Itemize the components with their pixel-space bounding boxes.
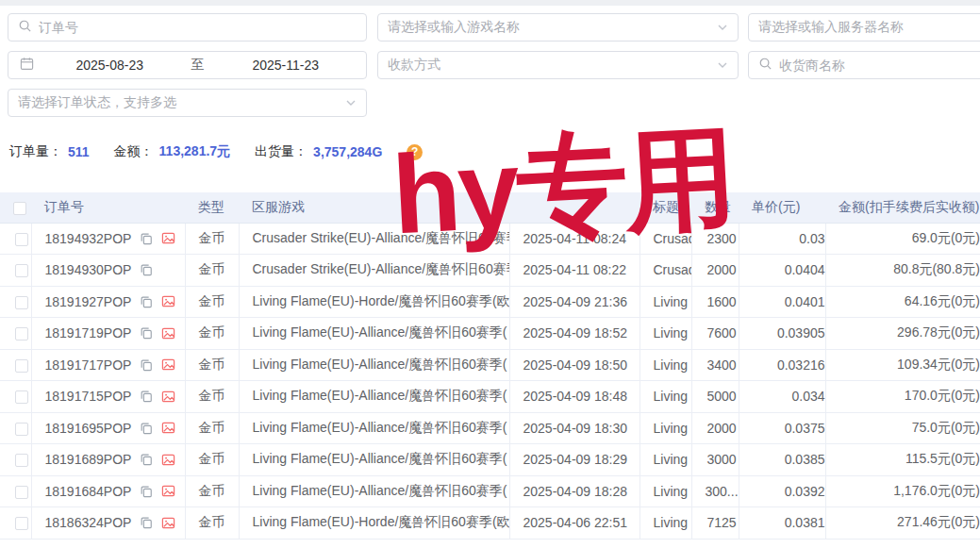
table-header-row: 订单号 类型 区服游戏 标题 数量 单价(元) 金额(扣手续费后实收额) xyxy=(0,192,980,223)
order-price: 0.034 xyxy=(739,381,825,413)
copy-icon[interactable] xyxy=(140,390,153,403)
stats-bar: 订单量： 511 金额： 113,281.7元 出货量： 3,757,284G … xyxy=(9,143,423,160)
order-qty: 7125 xyxy=(691,507,739,540)
date-range-picker[interactable]: 2025-08-23 至 2025-11-23 xyxy=(8,51,367,79)
image-preview-icon[interactable] xyxy=(161,326,175,340)
row-checkbox[interactable] xyxy=(15,390,28,404)
table-row: 18186324POP 金币 Living Flame(EU)-Horde/魔兽… xyxy=(0,507,980,540)
order-time: 2025-04-09 18:28 xyxy=(509,475,639,507)
table-row: 18191695POP 金币 Living Flame(EU)-Alliance… xyxy=(0,412,980,444)
order-amount: 296.78元(0元) xyxy=(825,318,980,350)
table-row: 18191927POP 金币 Living Flame(EU)-Horde/魔兽… xyxy=(0,286,980,318)
date-separator: 至 xyxy=(186,57,210,74)
order-number: 18194930POP xyxy=(45,262,132,277)
order-game: Living Flame(EU)-Alliance/魔兽怀旧60赛季( xyxy=(239,349,509,381)
image-preview-icon[interactable] xyxy=(161,453,175,467)
order-game: Living Flame(EU)-Alliance/魔兽怀旧60赛季( xyxy=(239,444,509,476)
order-status-placeholder: 请选择订单状态，支持多选 xyxy=(18,94,339,111)
date-start[interactable]: 2025-08-23 xyxy=(41,58,179,73)
order-number: 18191715POP xyxy=(45,389,132,404)
order-amount: 115.5元(0元) xyxy=(825,444,980,476)
receiver-name-input[interactable] xyxy=(779,58,980,73)
order-number-input[interactable] xyxy=(39,20,357,35)
order-type: 金币 xyxy=(185,255,239,287)
order-number: 18191719POP xyxy=(45,325,132,340)
header-order-no: 订单号 xyxy=(31,192,185,223)
order-type: 金币 xyxy=(185,349,239,381)
copy-icon[interactable] xyxy=(140,295,153,308)
copy-icon[interactable] xyxy=(140,263,153,276)
stat-shipment-label: 出货量： xyxy=(255,143,307,160)
order-time: 2025-04-06 22:51 xyxy=(509,507,639,540)
image-preview-icon[interactable] xyxy=(161,516,175,530)
order-number: 18191684POP xyxy=(45,484,132,499)
image-preview-icon[interactable] xyxy=(161,357,175,372)
row-checkbox[interactable] xyxy=(15,486,28,499)
date-end[interactable]: 2025-11-23 xyxy=(217,58,356,73)
image-preview-icon[interactable] xyxy=(161,484,175,498)
order-title: Living Fl xyxy=(639,318,691,350)
order-status-select[interactable]: 请选择订单状态，支持多选 xyxy=(8,89,367,117)
order-number: 18191717POP xyxy=(45,357,132,373)
server-select[interactable]: 请选择或输入服务器名称 xyxy=(748,13,980,42)
stat-order-count-value: 511 xyxy=(68,144,90,159)
row-checkbox[interactable] xyxy=(15,264,28,277)
copy-icon[interactable] xyxy=(140,422,153,435)
top-strip xyxy=(0,0,980,6)
order-number: 18191689POP xyxy=(45,452,132,467)
order-game: Crusader Strike(EU)-Alliance/魔兽怀旧60赛季 xyxy=(239,223,509,255)
table-row: 18191719POP 金币 Living Flame(EU)-Alliance… xyxy=(0,318,980,350)
row-checkbox[interactable] xyxy=(15,296,28,309)
help-question-icon[interactable]: ? xyxy=(407,144,423,160)
table-row: 18191684POP 金币 Living Flame(EU)-Alliance… xyxy=(0,475,980,507)
chevron-down-icon xyxy=(717,59,728,71)
image-preview-icon[interactable] xyxy=(161,390,175,404)
image-preview-icon[interactable] xyxy=(161,231,175,245)
order-amount: 1,176.0元(0元) xyxy=(825,475,980,507)
select-all-checkbox[interactable] xyxy=(13,202,26,215)
stat-amount-label: 金额： xyxy=(114,143,154,160)
row-checkbox[interactable] xyxy=(15,233,28,246)
copy-icon[interactable] xyxy=(140,453,153,466)
copy-icon[interactable] xyxy=(140,232,153,245)
row-checkbox[interactable] xyxy=(15,454,28,467)
row-checkbox[interactable] xyxy=(15,423,28,436)
order-price: 0.0381 xyxy=(739,507,825,540)
order-game: Living Flame(EU)-Alliance/魔兽怀旧60赛季( xyxy=(239,381,509,413)
copy-icon[interactable] xyxy=(140,358,153,372)
order-price: 0.0375 xyxy=(739,412,825,444)
order-management-page: 请选择或输入游戏名称 请选择或输入服务器名称 2025-08-23 至 2025… xyxy=(0,0,980,548)
payment-method-select[interactable]: 收款方式 xyxy=(377,51,739,79)
order-price: 0.03 xyxy=(739,223,825,255)
image-preview-icon[interactable] xyxy=(161,294,175,308)
order-qty: 3000 xyxy=(691,444,739,476)
image-preview-icon[interactable] xyxy=(161,421,175,435)
copy-icon[interactable] xyxy=(140,516,153,529)
game-select[interactable]: 请选择或输入游戏名称 xyxy=(377,13,739,42)
order-title: Living Fl xyxy=(639,349,691,381)
order-game: Living Flame(EU)-Alliance/魔兽怀旧60赛季( xyxy=(239,475,509,507)
order-title: Living Fl xyxy=(639,381,691,413)
copy-icon[interactable] xyxy=(140,326,153,340)
search-icon xyxy=(758,57,772,74)
order-amount: 64.16元(0元) xyxy=(825,286,980,318)
order-price: 0.0401 xyxy=(739,286,825,318)
order-type: 金币 xyxy=(185,286,239,318)
header-time xyxy=(509,192,639,223)
receiver-name-input-wrap[interactable] xyxy=(748,51,980,79)
order-title: Crusade xyxy=(639,255,691,287)
order-game: Living Flame(EU)-Horde/魔兽怀旧60赛季(欧 xyxy=(239,507,509,540)
copy-icon[interactable] xyxy=(140,485,153,498)
order-type: 金币 xyxy=(185,507,239,540)
order-title: Living Fl xyxy=(639,444,691,476)
row-checkbox[interactable] xyxy=(15,327,28,340)
stat-shipment: 出货量： 3,757,284G xyxy=(255,143,382,160)
order-amount: 75.0元(0元) xyxy=(825,412,980,444)
row-checkbox[interactable] xyxy=(15,359,28,373)
row-checkbox[interactable] xyxy=(15,517,28,530)
order-game: Crusader Strike(EU)-Alliance/魔兽怀旧60赛季 xyxy=(239,255,509,287)
order-time: 2025-04-09 18:52 xyxy=(509,318,639,350)
order-amount: 271.46元(0元) xyxy=(825,507,980,540)
order-number-input-wrap[interactable] xyxy=(8,13,367,42)
order-amount: 69.0元(0元) xyxy=(825,223,980,255)
